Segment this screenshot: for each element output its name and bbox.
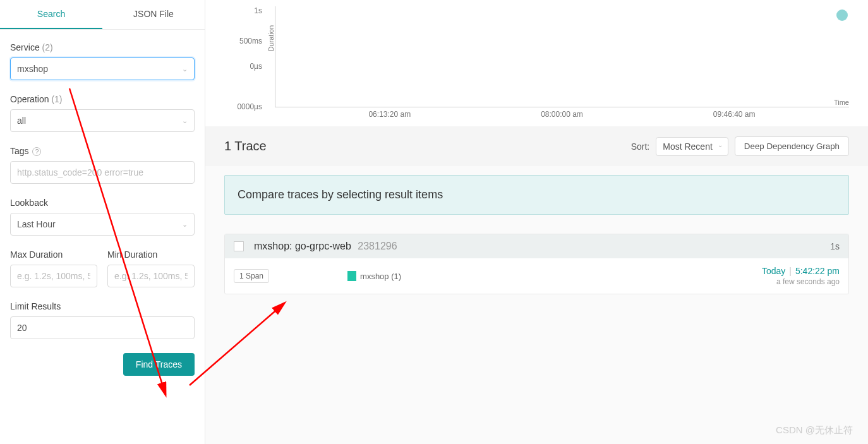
service-select[interactable]: mxshop ⌄	[10, 57, 195, 80]
min-duration-input[interactable]	[107, 265, 195, 287]
chevron-down-icon: ⌄	[182, 117, 188, 125]
sort-select[interactable]: Most Recent ⌄	[656, 137, 728, 156]
chart-x-tick: 08:00:00 am	[541, 110, 583, 119]
sort-label: Sort:	[631, 141, 650, 152]
trace-card[interactable]: mxshop: go-grpc-web 2381296 1s 1 Span mx…	[224, 234, 849, 294]
search-tabs: Search JSON File	[0, 0, 205, 30]
trace-timestamp: Today|5:42:22 pm	[762, 266, 840, 276]
trace-relative-time: a few seconds ago	[762, 277, 840, 286]
limit-input[interactable]	[10, 316, 195, 339]
trace-duration-label: 1s	[830, 241, 840, 251]
chart-y-tick: 500ms	[239, 37, 262, 45]
help-icon[interactable]: ?	[32, 147, 41, 156]
max-duration-input[interactable]	[10, 265, 97, 287]
chart-y-tick: 0000µs	[237, 102, 262, 111]
chevron-down-icon: ⌄	[182, 65, 188, 73]
operation-select[interactable]: all ⌄	[10, 109, 195, 132]
tab-search[interactable]: Search	[0, 0, 102, 29]
tags-label: Tags ?	[10, 146, 195, 156]
chevron-down-icon: ⌄	[182, 220, 188, 229]
lookback-label: Lookback	[10, 198, 195, 208]
find-traces-button[interactable]: Find Traces	[123, 353, 195, 376]
trace-title: mxshop: go-grpc-web 2381296	[254, 241, 397, 252]
operation-label: Operation (1)	[10, 94, 195, 104]
service-badge: mxshop (1)	[347, 271, 401, 281]
chart-data-point[interactable]	[836, 9, 848, 21]
chevron-down-icon: ⌄	[718, 141, 723, 148]
limit-label: Limit Results	[10, 301, 195, 311]
min-duration-label: Min Duration	[107, 249, 195, 260]
chart-x-tick: 09:46:40 am	[713, 110, 756, 119]
span-count-badge: 1 Span	[234, 269, 269, 283]
tab-json-file[interactable]: JSON File	[102, 0, 205, 29]
chart-x-axis-label: Time	[834, 99, 849, 106]
max-duration-label: Max Duration	[10, 249, 97, 260]
lookback-select[interactable]: Last Hour ⌄	[10, 213, 195, 236]
tags-input[interactable]	[10, 161, 195, 184]
deep-dependency-graph-button[interactable]: Deep Dependency Graph	[735, 136, 849, 156]
trace-count-label: 1 Trace	[224, 139, 267, 153]
chart-y-tick: 1s	[254, 6, 262, 15]
compare-banner: Compare traces by selecting result items	[224, 175, 849, 215]
service-color-swatch	[347, 271, 356, 281]
scatter-chart[interactable]: Duration 1s 500ms 0µs 0000µs Time 06:13:…	[205, 0, 868, 126]
chart-y-tick: 0µs	[250, 62, 262, 71]
chart-x-tick: 06:13:20 am	[368, 110, 411, 119]
service-label: Service (2)	[10, 42, 195, 52]
trace-checkbox[interactable]	[234, 241, 244, 251]
